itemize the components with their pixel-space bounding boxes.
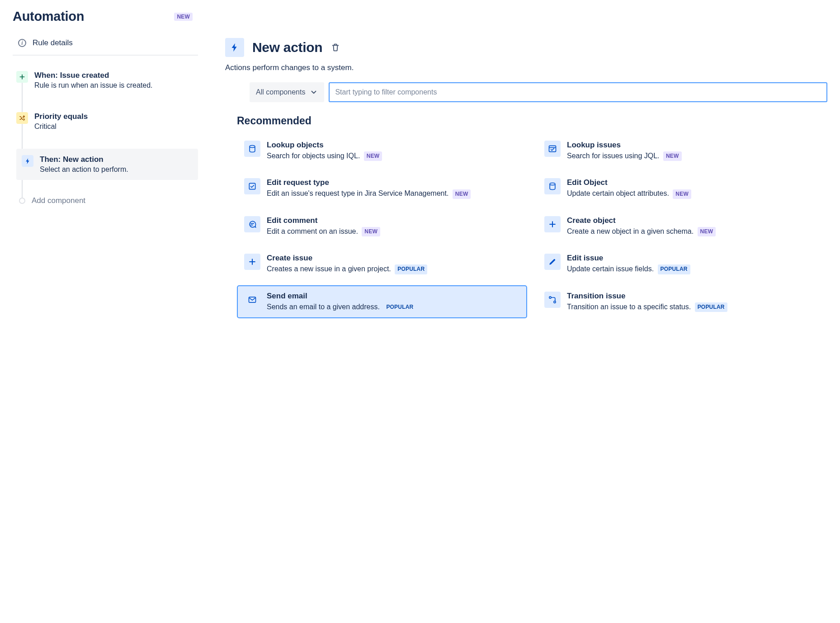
- action-card-grid: Lookup objectsSearch for objects using I…: [237, 134, 827, 318]
- checkbox-icon: [244, 178, 260, 194]
- step-then-new-action[interactable]: Then: New action Select an action to per…: [16, 149, 198, 180]
- popular-badge: POPULAR: [695, 302, 727, 312]
- main-title: New action: [252, 40, 322, 55]
- mail-icon: [244, 292, 260, 308]
- step-desc: Critical: [34, 123, 88, 131]
- main-subtitle: Actions perform changes to a system.: [225, 63, 827, 72]
- delete-button[interactable]: [330, 42, 340, 52]
- comment-icon: [244, 216, 260, 232]
- card-title: Edit issue: [567, 254, 820, 263]
- workflow-icon: [544, 292, 561, 308]
- plus-icon: [544, 216, 561, 232]
- action-card-lookup-issues[interactable]: Lookup issuesSearch for issues using JQL…: [537, 134, 827, 167]
- page-title: Automation: [13, 9, 84, 24]
- new-badge: NEW: [663, 151, 682, 161]
- card-desc: Update certain object attributes. NEW: [567, 188, 820, 198]
- filter-components-input[interactable]: [329, 82, 827, 102]
- shuffle-icon: [16, 112, 28, 124]
- action-card-edit-issue[interactable]: Edit issueUpdate certain issue fields. P…: [537, 247, 827, 280]
- action-card-edit-comment[interactable]: Edit commentEdit a comment on an issue. …: [237, 210, 527, 243]
- new-badge: NEW: [174, 13, 193, 21]
- card-desc: Edit a comment on an issue. NEW: [267, 226, 520, 236]
- step-desc: Rule is run when an issue is created.: [34, 81, 152, 90]
- step-title: Priority equals: [34, 112, 88, 121]
- action-card-lookup-objects[interactable]: Lookup objectsSearch for objects using I…: [237, 134, 527, 167]
- card-title: Create issue: [267, 254, 520, 263]
- chevron-down-icon: [310, 88, 318, 96]
- new-badge: NEW: [453, 189, 471, 199]
- plus-icon: [16, 71, 28, 83]
- add-component-button[interactable]: Add component: [16, 192, 198, 210]
- action-card-send-email[interactable]: Send emailSends an email to a given addr…: [237, 285, 527, 318]
- card-desc: Search for issues using JQL. NEW: [567, 151, 820, 161]
- browser-check-icon: [544, 141, 561, 157]
- timeline-connector: [22, 76, 23, 203]
- card-desc: Search for objects using IQL. NEW: [267, 151, 520, 161]
- rule-timeline: When: Issue created Rule is run when an …: [13, 66, 198, 210]
- cylinder-icon: [544, 178, 561, 194]
- pencil-icon: [544, 254, 561, 270]
- card-title: Lookup objects: [267, 141, 520, 150]
- new-badge: NEW: [698, 227, 716, 236]
- action-card-create-object[interactable]: Create objectCreate a new object in a gi…: [537, 210, 827, 243]
- card-desc: Update certain issue fields. POPULAR: [567, 264, 820, 274]
- action-card-create-issue[interactable]: Create issueCreates a new issue in a giv…: [237, 247, 527, 280]
- rule-details-link[interactable]: i Rule details: [13, 37, 198, 56]
- action-card-edit-request-type[interactable]: Edit request typeEdit an issue's request…: [237, 172, 527, 205]
- card-title: Lookup issues: [567, 141, 820, 150]
- bolt-icon: [225, 38, 244, 57]
- new-badge: NEW: [362, 227, 380, 236]
- step-priority-equals[interactable]: Priority equals Critical: [16, 108, 198, 135]
- card-title: Transition issue: [567, 292, 820, 301]
- new-badge: NEW: [364, 151, 382, 161]
- card-title: Edit Object: [567, 178, 820, 187]
- popular-badge: POPULAR: [395, 264, 427, 274]
- components-dropdown[interactable]: All components: [250, 82, 324, 102]
- step-title: Then: New action: [40, 155, 128, 164]
- step-title: When: Issue created: [34, 71, 152, 80]
- page-header: Automation NEW: [13, 9, 198, 24]
- rule-details-label: Rule details: [33, 38, 73, 47]
- trash-icon: [330, 42, 340, 52]
- circle-icon: [19, 198, 25, 204]
- card-desc: Creates a new issue in a given project. …: [267, 264, 520, 274]
- step-desc: Select an action to perform.: [40, 165, 128, 174]
- cylinder-icon: [244, 141, 260, 157]
- dropdown-label: All components: [256, 88, 305, 96]
- new-badge: NEW: [673, 189, 691, 199]
- action-card-transition-issue[interactable]: Transition issueTransition an issue to a…: [537, 285, 827, 318]
- card-title: Edit request type: [267, 178, 520, 187]
- card-title: Send email: [267, 292, 520, 301]
- action-card-edit-object[interactable]: Edit ObjectUpdate certain object attribu…: [537, 172, 827, 205]
- main-header: New action: [225, 38, 827, 57]
- card-desc: Transition an issue to a specific status…: [567, 302, 820, 312]
- step-when-issue-created[interactable]: When: Issue created Rule is run when an …: [16, 66, 198, 94]
- popular-badge: POPULAR: [658, 264, 690, 274]
- section-title-recommended: Recommended: [237, 115, 827, 127]
- card-title: Create object: [567, 216, 820, 225]
- card-desc: Edit an issue's request type in Jira Ser…: [267, 188, 520, 198]
- popular-badge: POPULAR: [383, 302, 416, 312]
- card-title: Edit comment: [267, 216, 520, 225]
- bolt-icon: [22, 155, 33, 167]
- card-desc: Sends an email to a given address. POPUL…: [267, 302, 520, 312]
- add-component-label: Add component: [32, 196, 85, 205]
- plus-icon: [244, 254, 260, 270]
- info-icon: i: [18, 39, 26, 47]
- card-desc: Create a new object in a given schema. N…: [567, 226, 820, 236]
